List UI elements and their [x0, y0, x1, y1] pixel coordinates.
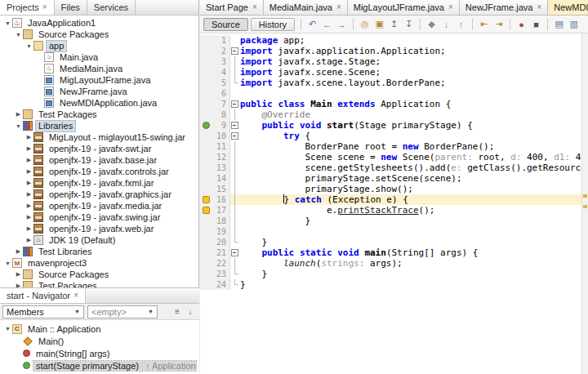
editor-hint-badge-icon[interactable]: [203, 207, 210, 214]
tree-item[interactable]: ▼Libraries: [0, 120, 198, 131]
tree-item[interactable]: ▶Test Packages: [0, 109, 198, 120]
navigator-item[interactable]: start(Stage primaryStage)↑ Application: [0, 359, 199, 372]
previous-occurrence-icon[interactable]: ↥: [387, 17, 401, 31]
code-line[interactable]: public class Main extends Application {: [240, 99, 581, 109]
tree-item[interactable]: MigLayoutJFrame.java: [0, 74, 198, 86]
tree-item[interactable]: ▶JDK 19 (Default): [0, 234, 198, 246]
stop-macro-icon[interactable]: ■: [529, 17, 543, 31]
expand-arrow-icon[interactable]: ▶: [24, 168, 33, 175]
collapse-arrow-icon[interactable]: ▼: [3, 260, 12, 266]
editor-tab-miglayoutjframe-java[interactable]: MigLayoutJFrame.java×: [348, 0, 460, 15]
tree-item[interactable]: ▶Test Libraries: [0, 246, 198, 257]
code-line[interactable]: import javafx.scene.Scene;: [240, 67, 581, 78]
expand-arrow-icon[interactable]: ▶: [14, 111, 23, 118]
view-toggle-source[interactable]: Source: [203, 18, 248, 31]
view-toggle-history[interactable]: History: [251, 18, 295, 31]
code-line[interactable]: primaryStage.show();: [240, 184, 581, 194]
fold-toggle-icon[interactable]: [230, 120, 240, 131]
expand-arrow-icon[interactable]: ▶: [24, 237, 33, 243]
code-line[interactable]: e.printStackTrace();: [240, 205, 581, 216]
code-line[interactable]: public static void main(String[] args) {: [240, 247, 581, 258]
tree-item[interactable]: ▶openjfx-19 - javafx.graphics.jar: [0, 189, 198, 200]
tree-item[interactable]: ▶openjfx-19 - javafx.base.jar: [0, 154, 198, 166]
next-occurrence-icon[interactable]: ↧: [402, 17, 416, 31]
tree-item[interactable]: NewJFrame.java: [0, 86, 198, 97]
members-dropdown[interactable]: Members ▼: [2, 305, 84, 318]
tree-item[interactable]: MediaMain.java: [0, 63, 198, 74]
tree-item[interactable]: ▶openjfx-19 - javafx.web.jar: [0, 223, 198, 234]
expand-arrow-icon[interactable]: ▶: [14, 248, 23, 255]
tree-item[interactable]: ▶Source Packages: [0, 269, 198, 280]
override-badge-icon[interactable]: [203, 122, 210, 129]
code-line[interactable]: launch(strings: args);: [240, 258, 581, 269]
forward-icon[interactable]: →: [335, 17, 349, 31]
expand-arrow-icon[interactable]: ▶: [24, 191, 33, 198]
sort-by-source-icon[interactable]: ↓: [184, 305, 197, 318]
tree-item[interactable]: ▶MigLayout - miglayout15-swing.jar: [0, 131, 198, 143]
navigator-item[interactable]: ▼Main :: Application: [0, 323, 199, 335]
code-line[interactable]: }: [240, 237, 581, 247]
tree-item[interactable]: ▶openjfx-19 - javafx.controls.jar: [0, 166, 198, 177]
code-line[interactable]: [240, 88, 581, 99]
code-line[interactable]: public void start(Stage primaryStage) {: [240, 120, 581, 131]
expand-arrow-icon[interactable]: ▶: [24, 157, 33, 163]
panel-tab-projects[interactable]: Projects×: [0, 0, 55, 15]
code-line[interactable]: scene.getStylesheets().add(e: getClass()…: [240, 163, 581, 173]
editor-tab-mediamain-java[interactable]: MediaMain.java×: [264, 0, 348, 15]
comment-icon[interactable]: ▤: [552, 17, 566, 31]
code-line[interactable]: } catch (Exception e) {: [240, 194, 581, 205]
code-line[interactable]: }: [240, 269, 581, 279]
tree-item[interactable]: ▶openjfx-19 - javafx-swt.jar: [0, 143, 198, 154]
last-edit-icon[interactable]: ↶: [305, 17, 319, 31]
code-line[interactable]: BorderPane root = new BorderPane();: [240, 141, 581, 152]
panel-tab-files[interactable]: Files: [55, 0, 87, 15]
code-line[interactable]: Scene scene = new Scene(parent: root, d:…: [240, 152, 581, 163]
code-line[interactable]: }: [240, 279, 581, 290]
tree-item[interactable]: ▶openjfx-19 - javafx.fxml.jar: [0, 177, 198, 189]
tree-item[interactable]: Main.java: [0, 51, 198, 63]
tree-item[interactable]: ▼app: [0, 40, 198, 51]
close-icon[interactable]: ×: [336, 3, 341, 11]
navigator-item[interactable]: Main(): [0, 335, 199, 347]
uncomment-icon[interactable]: ▥: [567, 17, 581, 31]
code-line[interactable]: primaryStage.setScene(scene);: [240, 173, 581, 184]
collapse-arrow-icon[interactable]: ▼: [14, 123, 23, 129]
collapse-arrow-icon[interactable]: ▼: [14, 32, 23, 38]
editor-tab-newjframe-java[interactable]: NewJFrame.java×: [460, 0, 548, 15]
back-icon[interactable]: ←: [320, 17, 334, 31]
previous-bookmark-icon[interactable]: ↑: [454, 17, 468, 31]
tree-item[interactable]: ▼Source Packages: [0, 29, 198, 40]
close-icon[interactable]: ×: [42, 3, 47, 11]
tree-item[interactable]: ▶Test Packages: [0, 280, 198, 287]
collapse-arrow-icon[interactable]: ▼: [3, 326, 12, 332]
name-filter-dropdown[interactable]: <empty> ▼: [87, 305, 158, 318]
code-line[interactable]: import javafx.stage.Stage;: [240, 56, 581, 67]
error-stripe-mark[interactable]: [583, 205, 587, 208]
tab-navigator[interactable]: start - Navigator ×: [0, 288, 86, 303]
collapse-arrow-icon[interactable]: ▼: [24, 43, 33, 49]
next-bookmark-icon[interactable]: ↓: [439, 17, 453, 31]
collapse-arrow-icon[interactable]: ▼: [3, 20, 12, 26]
toggle-bookmark-icon[interactable]: ◆: [425, 17, 439, 31]
expand-arrow-icon[interactable]: ▶: [24, 145, 33, 152]
editor-tab-newmdiapp[interactable]: NewMDIApp×: [548, 0, 588, 15]
close-icon[interactable]: ×: [252, 3, 257, 11]
code-line[interactable]: @Override: [240, 109, 581, 120]
close-icon[interactable]: ×: [537, 3, 541, 11]
fold-toggle-icon[interactable]: [230, 99, 240, 109]
expand-arrow-icon[interactable]: ▶: [24, 203, 33, 209]
start-macro-icon[interactable]: ●: [514, 17, 528, 31]
expand-arrow-icon[interactable]: ▶: [24, 180, 33, 186]
expand-arrow-icon[interactable]: ▶: [24, 214, 33, 220]
error-stripe[interactable]: [581, 33, 588, 374]
code-line[interactable]: }: [240, 216, 581, 226]
navigator-item[interactable]: main(String[] args): [0, 347, 199, 359]
editor-hint-badge-icon[interactable]: [203, 196, 210, 203]
code-line[interactable]: [240, 226, 581, 237]
editor-tab-start-page[interactable]: Start Page×: [200, 0, 264, 15]
error-stripe-mark[interactable]: [583, 194, 587, 198]
code-line[interactable]: package app;: [240, 35, 581, 46]
shift-right-icon[interactable]: ⇥: [492, 17, 506, 31]
code-line[interactable]: import javafx.scene.layout.BorderPane;: [240, 78, 581, 88]
code-line[interactable]: import javafx.application.Application;: [240, 46, 581, 56]
